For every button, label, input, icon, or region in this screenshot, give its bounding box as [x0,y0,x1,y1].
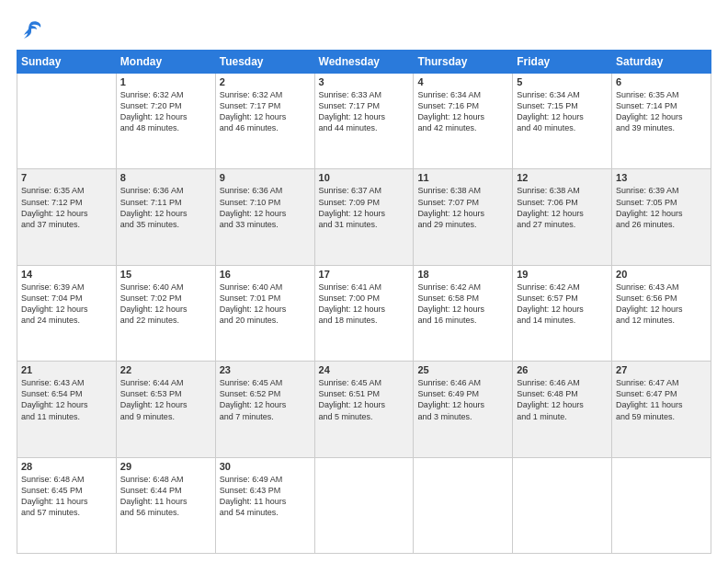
day-content: Sunrise: 6:33 AM Sunset: 7:17 PM Dayligh… [319,89,410,134]
col-monday: Monday [116,51,215,74]
day-number: 8 [120,172,211,183]
calendar-week-row: 1Sunrise: 6:32 AM Sunset: 7:20 PM Daylig… [17,74,711,169]
col-tuesday: Tuesday [215,51,314,74]
table-row: 14Sunrise: 6:39 AM Sunset: 7:04 PM Dayli… [17,265,117,361]
day-content: Sunrise: 6:40 AM Sunset: 7:02 PM Dayligh… [120,282,211,327]
table-row: 12Sunrise: 6:38 AM Sunset: 7:06 PM Dayli… [513,169,612,265]
calendar-week-row: 7Sunrise: 6:35 AM Sunset: 7:12 PM Daylig… [17,169,711,265]
day-number: 12 [517,172,608,183]
calendar-week-row: 21Sunrise: 6:43 AM Sunset: 6:54 PM Dayli… [17,362,711,457]
table-row: 24Sunrise: 6:45 AM Sunset: 6:51 PM Dayli… [314,362,414,457]
day-content: Sunrise: 6:44 AM Sunset: 6:53 PM Dayligh… [120,377,211,422]
day-content: Sunrise: 6:46 AM Sunset: 6:48 PM Dayligh… [517,377,608,422]
table-row: 30Sunrise: 6:49 AM Sunset: 6:43 PM Dayli… [215,457,314,553]
day-content: Sunrise: 6:42 AM Sunset: 6:57 PM Dayligh… [517,282,608,327]
day-number: 3 [319,76,410,87]
table-row: 3Sunrise: 6:33 AM Sunset: 7:17 PM Daylig… [314,74,414,169]
table-row: 26Sunrise: 6:46 AM Sunset: 6:48 PM Dayli… [513,362,612,457]
day-content: Sunrise: 6:36 AM Sunset: 7:10 PM Dayligh… [220,185,311,230]
table-row: 10Sunrise: 6:37 AM Sunset: 7:09 PM Dayli… [314,169,414,265]
table-row: 27Sunrise: 6:47 AM Sunset: 6:47 PM Dayli… [612,362,711,457]
day-content: Sunrise: 6:32 AM Sunset: 7:17 PM Dayligh… [220,89,311,134]
col-wednesday: Wednesday [314,51,414,74]
day-content: Sunrise: 6:37 AM Sunset: 7:09 PM Dayligh… [319,185,410,230]
day-number: 2 [220,76,311,87]
day-content: Sunrise: 6:38 AM Sunset: 7:06 PM Dayligh… [517,185,608,230]
table-row: 16Sunrise: 6:40 AM Sunset: 7:01 PM Dayli… [215,265,314,361]
table-row: 28Sunrise: 6:48 AM Sunset: 6:45 PM Dayli… [17,457,117,553]
day-number: 13 [616,172,707,183]
day-content: Sunrise: 6:35 AM Sunset: 7:14 PM Dayligh… [616,89,707,134]
logo [17,17,44,42]
day-number: 4 [417,76,508,87]
table-row: 23Sunrise: 6:45 AM Sunset: 6:52 PM Dayli… [215,362,314,457]
calendar-week-row: 28Sunrise: 6:48 AM Sunset: 6:45 PM Dayli… [17,457,711,553]
table-row: 11Sunrise: 6:38 AM Sunset: 7:07 PM Dayli… [414,169,513,265]
logo-bird-icon [18,17,44,42]
day-content: Sunrise: 6:38 AM Sunset: 7:07 PM Dayligh… [417,185,508,230]
table-row: 19Sunrise: 6:42 AM Sunset: 6:57 PM Dayli… [513,265,612,361]
day-content: Sunrise: 6:35 AM Sunset: 7:12 PM Dayligh… [21,185,112,230]
day-number: 17 [319,269,410,280]
table-row: 1Sunrise: 6:32 AM Sunset: 7:20 PM Daylig… [116,74,215,169]
day-number: 27 [616,364,707,375]
table-row: 22Sunrise: 6:44 AM Sunset: 6:53 PM Dayli… [116,362,215,457]
calendar-header-row: Sunday Monday Tuesday Wednesday Thursday… [17,51,711,74]
day-content: Sunrise: 6:42 AM Sunset: 6:58 PM Dayligh… [417,282,508,327]
page: Sunday Monday Tuesday Wednesday Thursday… [0,0,728,563]
table-row [612,457,711,553]
table-row [17,74,117,169]
day-number: 20 [616,269,707,280]
col-sunday: Sunday [17,51,117,74]
day-number: 22 [120,364,211,375]
day-number: 24 [319,364,410,375]
day-content: Sunrise: 6:41 AM Sunset: 7:00 PM Dayligh… [319,282,410,327]
table-row: 9Sunrise: 6:36 AM Sunset: 7:10 PM Daylig… [215,169,314,265]
table-row [414,457,513,553]
table-row: 29Sunrise: 6:48 AM Sunset: 6:44 PM Dayli… [116,457,215,553]
day-number: 7 [21,172,112,183]
day-number: 6 [616,76,707,87]
day-content: Sunrise: 6:34 AM Sunset: 7:15 PM Dayligh… [517,89,608,134]
calendar-week-row: 14Sunrise: 6:39 AM Sunset: 7:04 PM Dayli… [17,265,711,361]
day-content: Sunrise: 6:36 AM Sunset: 7:11 PM Dayligh… [120,185,211,230]
table-row: 20Sunrise: 6:43 AM Sunset: 6:56 PM Dayli… [612,265,711,361]
day-number: 21 [21,364,112,375]
table-row: 5Sunrise: 6:34 AM Sunset: 7:15 PM Daylig… [513,74,612,169]
table-row: 18Sunrise: 6:42 AM Sunset: 6:58 PM Dayli… [414,265,513,361]
day-number: 29 [120,461,211,472]
day-number: 14 [21,269,112,280]
day-content: Sunrise: 6:49 AM Sunset: 6:43 PM Dayligh… [220,474,311,519]
col-friday: Friday [513,51,612,74]
table-row: 4Sunrise: 6:34 AM Sunset: 7:16 PM Daylig… [414,74,513,169]
day-content: Sunrise: 6:43 AM Sunset: 6:56 PM Dayligh… [616,282,707,327]
day-content: Sunrise: 6:43 AM Sunset: 6:54 PM Dayligh… [21,377,112,422]
day-number: 10 [319,172,410,183]
header [17,17,711,42]
day-number: 26 [517,364,608,375]
table-row: 13Sunrise: 6:39 AM Sunset: 7:05 PM Dayli… [612,169,711,265]
day-content: Sunrise: 6:45 AM Sunset: 6:51 PM Dayligh… [319,377,410,422]
day-content: Sunrise: 6:32 AM Sunset: 7:20 PM Dayligh… [120,89,211,134]
day-number: 19 [517,269,608,280]
day-content: Sunrise: 6:46 AM Sunset: 6:49 PM Dayligh… [417,377,508,422]
day-number: 9 [220,172,311,183]
col-saturday: Saturday [612,51,711,74]
table-row: 6Sunrise: 6:35 AM Sunset: 7:14 PM Daylig… [612,74,711,169]
day-number: 11 [417,172,508,183]
day-number: 23 [220,364,311,375]
col-thursday: Thursday [414,51,513,74]
day-number: 25 [417,364,508,375]
day-content: Sunrise: 6:48 AM Sunset: 6:44 PM Dayligh… [120,474,211,519]
calendar-table: Sunday Monday Tuesday Wednesday Thursday… [17,50,711,554]
day-content: Sunrise: 6:34 AM Sunset: 7:16 PM Dayligh… [417,89,508,134]
day-content: Sunrise: 6:39 AM Sunset: 7:05 PM Dayligh… [616,185,707,230]
table-row: 25Sunrise: 6:46 AM Sunset: 6:49 PM Dayli… [414,362,513,457]
table-row: 21Sunrise: 6:43 AM Sunset: 6:54 PM Dayli… [17,362,117,457]
table-row [513,457,612,553]
day-number: 30 [220,461,311,472]
table-row: 7Sunrise: 6:35 AM Sunset: 7:12 PM Daylig… [17,169,117,265]
table-row: 8Sunrise: 6:36 AM Sunset: 7:11 PM Daylig… [116,169,215,265]
day-content: Sunrise: 6:40 AM Sunset: 7:01 PM Dayligh… [220,282,311,327]
day-content: Sunrise: 6:47 AM Sunset: 6:47 PM Dayligh… [616,377,707,422]
